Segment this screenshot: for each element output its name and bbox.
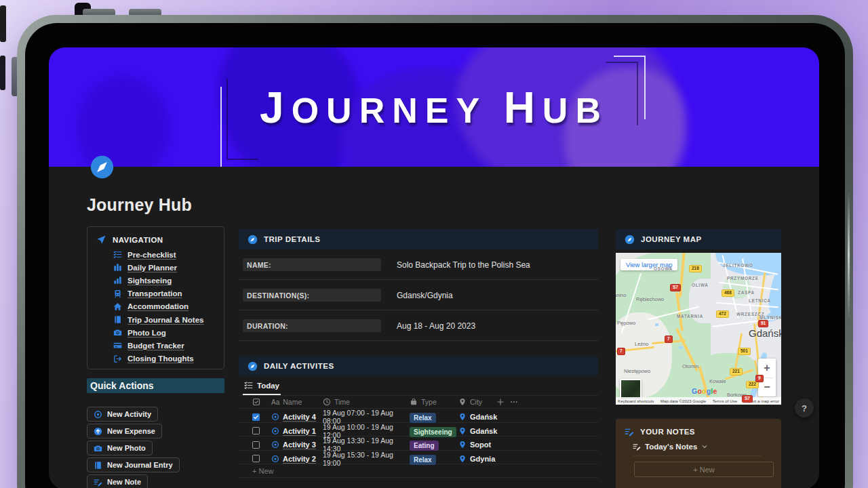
table-row: Activity 119 Aug 10:00 - 19 Aug 12:00Sig… (239, 422, 598, 436)
bag-icon (410, 398, 418, 406)
road-number-badge: 91 (758, 320, 768, 327)
sidebar-item-sightseeing[interactable]: Sightseeing (113, 274, 224, 287)
map-footer-link[interactable]: Map data ©2023 Google (660, 399, 707, 403)
map-town-label: anino (616, 292, 626, 298)
map-area-label: LETNICA (749, 298, 771, 303)
type-cell: Eating (410, 439, 458, 451)
google-logo: Google (692, 387, 717, 395)
type-badge: Eating (410, 441, 439, 451)
type-badge: Sightseeing (410, 427, 456, 437)
new-activity-row[interactable]: + New (239, 464, 598, 478)
sidebar-item-label: Trip Journal & Notes (127, 316, 203, 324)
navigation-title: NAVIGATION (113, 236, 163, 244)
new-photo-button[interactable]: New Photo (87, 441, 153, 455)
sidebar-item-label: Daily Planner (127, 264, 177, 272)
map-town-label: Niestępowo (624, 368, 650, 374)
tab-today[interactable]: Today (243, 381, 281, 395)
sidebar-item-accommodation[interactable]: Accommodation (113, 300, 224, 313)
chevron-down-icon (701, 443, 708, 450)
row-checkbox[interactable] (252, 427, 260, 434)
daily-activities-title: DAILY ACTIVITES (264, 362, 334, 370)
field-label: DURATION: (243, 319, 381, 332)
road-number-badge: 9 (755, 375, 764, 382)
map-lake (679, 346, 683, 349)
note-icon (625, 427, 634, 436)
map-footer-link[interactable]: Keyboard shortcuts (618, 399, 654, 403)
field-value[interactable]: Aug 18 - Aug 20 2023 (397, 321, 475, 331)
tablet-frame: Journey Hub Journey Hub NAVIGATION Pre-c… (17, 15, 853, 488)
column-header-plus-icon[interactable] (496, 398, 510, 406)
column-header-checkbox-icon[interactable] (252, 398, 271, 406)
checkbox-cell (252, 427, 271, 434)
time-cell: 19 Aug 15:30 - 19 Aug 19:00 (323, 451, 410, 467)
column-label: Type (421, 398, 437, 406)
map-area-label: JELITKOWO (723, 263, 753, 268)
road-number-badge: 501 (738, 348, 751, 355)
table-row: Activity 419 Aug 07:00 - 19 Aug 08:00Rel… (239, 408, 598, 422)
field-value[interactable]: Gdansk/Gdynia (397, 291, 453, 300)
column-header-name[interactable]: AaName (271, 398, 323, 406)
sidebar-item-label: Photo Log (127, 329, 166, 337)
road-number-badge: S7 (742, 395, 753, 403)
new-note-button[interactable]: + New (634, 462, 774, 477)
tab-today-label: Today (257, 382, 279, 390)
compass-icon (248, 361, 258, 371)
quick-actions-header: Quick Actions (87, 378, 224, 393)
activity-link[interactable]: Activity 3 (283, 441, 316, 449)
new-note-button[interactable]: New Note (87, 474, 148, 488)
camera-icon (113, 328, 122, 337)
checklist-icon (244, 381, 253, 390)
chart-icon (113, 276, 122, 285)
banner-title: Journey Hub (49, 83, 819, 133)
your-notes-section: YOUR NOTES Today's Notes + New (616, 419, 781, 488)
city-label: Gdańsk (470, 427, 497, 435)
activity-link[interactable]: Activity 2 (283, 455, 316, 463)
row-checkbox[interactable] (252, 455, 260, 462)
city-cell: Gdańsk (458, 427, 496, 435)
screen: Journey Hub Journey Hub NAVIGATION Pre-c… (49, 47, 819, 488)
field-label: NAME: (243, 258, 381, 271)
sidebar-item-pre-checklist[interactable]: Pre-checklist (113, 248, 224, 261)
column-header-time[interactable]: Time (323, 398, 410, 406)
daily-activities-section: DAILY ACTIVITES Today AaNameTimeTypeCity… (239, 356, 598, 478)
target-icon (271, 413, 279, 421)
journey-map-section: JOURNEY MAP (616, 229, 781, 405)
sidebar-item-budget-tracker[interactable]: Budget Tracker (113, 339, 224, 352)
sidebar-item-closing-thoughts[interactable]: Closing Thoughts (113, 352, 224, 365)
sidebar-item-transportation[interactable]: Transportation (113, 287, 224, 300)
sidebar-item-trip-journal-notes[interactable]: Trip Journal & Notes (113, 313, 224, 326)
map-footer-link[interactable]: Terms of Use (713, 399, 737, 403)
new-expense-button[interactable]: New Expense (87, 424, 162, 439)
map-area-label: OSOWA (654, 266, 673, 271)
map-area-label: OLIWA (692, 283, 709, 287)
new-journal-entry-button[interactable]: New Journal Entry (87, 458, 180, 472)
activity-link[interactable]: Activity 4 (283, 413, 316, 421)
sidebar-item-label: Transportation (127, 289, 182, 298)
sidebar-item-photo-log[interactable]: Photo Log (113, 326, 224, 339)
todays-notes-toggle[interactable]: Today's Notes (633, 443, 762, 456)
home-icon (113, 302, 122, 311)
background-object (0, 56, 5, 90)
field-value[interactable]: Solo Backpack Trip to the Polish Sea (397, 260, 530, 270)
column-header-city[interactable]: City (458, 398, 496, 406)
activity-link[interactable]: Activity 1 (283, 427, 316, 435)
your-notes-header: YOUR NOTES (625, 427, 781, 436)
row-checkbox[interactable] (252, 441, 260, 449)
journal-icon (113, 315, 122, 324)
daily-activities-header: DAILY ACTIVITES (239, 356, 598, 376)
map-town-label: Rębiechowo (636, 296, 664, 302)
column-label: Name (283, 398, 302, 406)
button-label: New Note (107, 478, 141, 486)
card-icon (113, 341, 122, 350)
trip-details-section: TRIP DETAILS NAME:Solo Backpack Trip to … (239, 229, 598, 341)
new-activity-button[interactable]: New Activity (87, 407, 158, 422)
help-button[interactable]: ? (795, 399, 814, 418)
row-checkbox[interactable] (252, 413, 260, 421)
column-header-type[interactable]: Type (410, 398, 458, 406)
column-header-ellipsis-icon[interactable] (510, 398, 526, 406)
sidebar-item-label: Closing Thoughts (127, 354, 194, 363)
checklist-icon (113, 250, 122, 259)
sidebar-item-daily-planner[interactable]: Daily Planner (113, 261, 224, 274)
google-map-embed[interactable]: Gdańsk View larger map + − Google Keyboa… (616, 253, 781, 405)
button-label: New Activity (107, 410, 151, 418)
